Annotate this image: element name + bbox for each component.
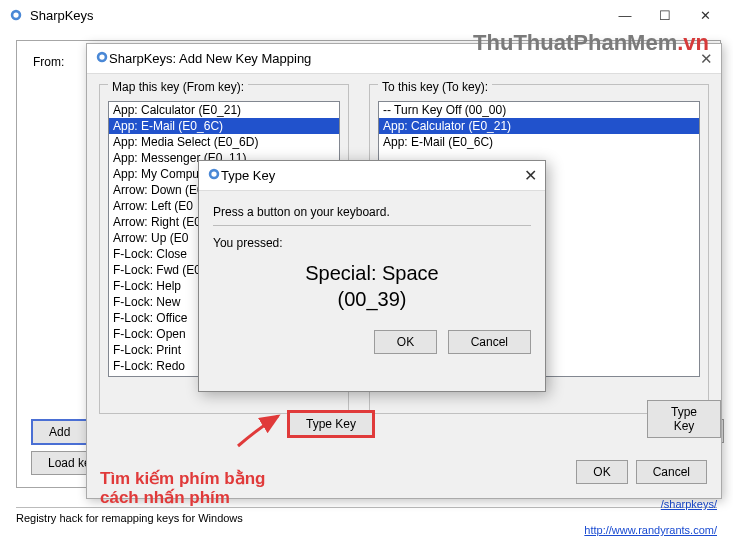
from-group-label: Map this key (From key): xyxy=(108,80,248,94)
footer-link-sharpkeys[interactable]: /sharpkeys/ xyxy=(661,498,717,510)
svg-point-5 xyxy=(211,171,216,176)
close-icon[interactable]: ✕ xyxy=(524,166,537,185)
list-item[interactable]: App: E-Mail (E0_6C) xyxy=(109,118,339,134)
add-dialog-ok-button[interactable]: OK xyxy=(576,460,627,484)
add-button[interactable]: Add xyxy=(31,419,88,445)
list-item[interactable]: App: Media Select (E0_6D) xyxy=(109,134,339,150)
typekey-titlebar: Type Key ✕ xyxy=(199,161,545,191)
list-item[interactable]: -- Turn Key Off (00_00) xyxy=(379,102,699,118)
list-item[interactable]: App: E-Mail (E0_6C) xyxy=(379,134,699,150)
footer: Registry hack for remapping keys for Win… xyxy=(16,507,717,536)
app-icon xyxy=(95,50,109,67)
to-group-label: To this key (To key): xyxy=(378,80,492,94)
typekey-cancel-button[interactable]: Cancel xyxy=(448,330,531,354)
main-window-titlebar: SharpKeys — ☐ ✕ xyxy=(0,0,733,30)
footer-link-randyrants[interactable]: http://www.randyrants.com/ xyxy=(584,524,717,536)
footer-text: Registry hack for remapping keys for Win… xyxy=(16,512,243,524)
svg-point-1 xyxy=(13,12,18,17)
minimize-button[interactable]: — xyxy=(605,0,645,30)
app-icon xyxy=(8,7,24,23)
add-dialog-titlebar: SharpKeys: Add New Key Mapping ✕ xyxy=(87,44,721,74)
maximize-button[interactable]: ☐ xyxy=(645,0,685,30)
type-key-dialog: Type Key ✕ Press a button on your keyboa… xyxy=(198,160,546,392)
typekey-title: Type Key xyxy=(221,168,275,183)
window-title: SharpKeys xyxy=(30,8,94,23)
typekey-ok-button[interactable]: OK xyxy=(374,330,437,354)
typekey-pressed-value: Special: Space (00_39) xyxy=(213,260,531,312)
app-icon xyxy=(207,167,221,184)
add-dialog-title: SharpKeys: Add New Key Mapping xyxy=(109,51,311,66)
typekey-pressed-label: You pressed: xyxy=(213,236,531,250)
type-key-button-to[interactable]: Type Key xyxy=(647,400,721,438)
type-key-button-from[interactable]: Type Key xyxy=(287,410,375,438)
typekey-prompt: Press a button on your keyboard. xyxy=(213,205,531,219)
close-icon[interactable]: ✕ xyxy=(700,50,713,68)
add-dialog-cancel-button[interactable]: Cancel xyxy=(636,460,707,484)
divider xyxy=(213,225,531,226)
list-item[interactable]: App: Calculator (E0_21) xyxy=(109,102,339,118)
close-button[interactable]: ✕ xyxy=(685,0,725,30)
from-label: From: xyxy=(33,55,64,69)
svg-point-3 xyxy=(99,54,104,59)
list-item[interactable]: App: Calculator (E0_21) xyxy=(379,118,699,134)
